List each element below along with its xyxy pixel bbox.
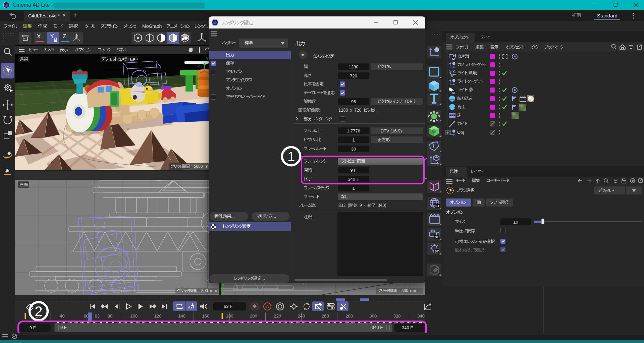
svg-text:ST: ST (453, 74, 456, 76)
svg-text:ST: ST (452, 58, 456, 60)
svg-text:ST: ST (452, 92, 456, 94)
